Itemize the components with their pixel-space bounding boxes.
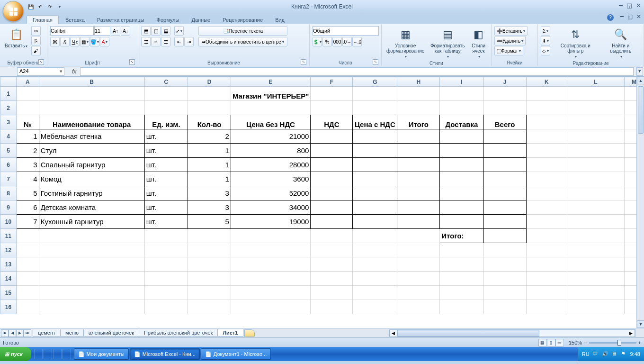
cell-E5[interactable]: 800 <box>231 144 311 158</box>
cell-H6[interactable] <box>397 158 440 172</box>
cell-L14[interactable] <box>567 272 625 286</box>
cell-I13[interactable] <box>440 257 483 272</box>
cell-B6[interactable]: Спальный гарнитур <box>39 158 144 172</box>
cell-H8[interactable] <box>397 186 440 200</box>
cell-I16[interactable] <box>440 300 483 314</box>
ql-icon-3[interactable] <box>53 349 62 359</box>
cell-E1[interactable]: Магазин "ИНТЕРЬЕР" <box>231 87 311 101</box>
cell-D15[interactable] <box>188 286 231 300</box>
alignment-launcher-icon[interactable]: ⤡ <box>301 59 306 65</box>
cell-E10[interactable]: 19000 <box>231 215 311 229</box>
row-header-12[interactable]: 12 <box>0 243 17 257</box>
cell-D5[interactable]: 1 <box>188 144 231 158</box>
formula-bar-expand-icon[interactable]: ▾ <box>636 67 643 76</box>
cell-C14[interactable] <box>144 272 188 286</box>
cell-A2[interactable] <box>17 101 39 115</box>
sheet-nav-last-icon[interactable]: ⏭ <box>24 329 31 337</box>
cell-K12[interactable] <box>526 243 567 257</box>
cell-A13[interactable] <box>17 257 39 272</box>
row-header-14[interactable]: 14 <box>0 272 17 286</box>
format-painter-icon[interactable]: 🖌 <box>31 46 41 55</box>
page-break-view-icon[interactable]: ▭ <box>555 339 564 346</box>
cell-H12[interactable] <box>397 243 440 257</box>
cell-J9[interactable] <box>483 200 526 215</box>
taskbar-item-0[interactable]: 📄Мои документы <box>74 348 129 360</box>
cell-J2[interactable] <box>483 101 526 115</box>
doc-minimize-button[interactable]: ━ <box>620 13 624 20</box>
insert-cells-button[interactable]: ➕ Вставить <box>494 26 528 36</box>
sheet-tab-2[interactable]: аленький цветочек <box>83 329 139 337</box>
tab-insert[interactable]: Вставка <box>60 16 90 24</box>
cell-I11[interactable]: Итого: <box>440 229 483 243</box>
qat-customize-icon[interactable] <box>55 2 63 11</box>
cell-B15[interactable] <box>39 286 144 300</box>
cell-I15[interactable] <box>440 286 483 300</box>
cell-G16[interactable] <box>353 300 397 314</box>
office-button[interactable] <box>3 1 24 22</box>
taskbar-item-1[interactable]: 📄Microsoft Excel - Кни... <box>130 348 200 360</box>
conditional-formatting-button[interactable]: ▦Условное форматирование <box>385 26 426 60</box>
cell-A15[interactable] <box>17 286 39 300</box>
font-launcher-icon[interactable]: ⤡ <box>129 59 135 65</box>
col-header-I[interactable]: I <box>440 77 483 87</box>
cell-K3[interactable] <box>526 115 567 129</box>
format-cells-button[interactable]: ⬚ Формат <box>494 46 523 55</box>
cell-D9[interactable]: 3 <box>188 200 231 215</box>
cell-B1[interactable] <box>39 87 144 101</box>
italic-button[interactable]: К <box>60 37 70 46</box>
formula-input[interactable] <box>80 67 634 76</box>
cell-H9[interactable] <box>397 200 440 215</box>
zoom-in-button[interactable]: + <box>638 340 641 346</box>
sheet-tab-4[interactable]: Лист1 <box>217 329 243 337</box>
cell-K10[interactable] <box>526 215 567 229</box>
taskbar-item-2[interactable]: 📄Документ1 - Microso... <box>201 348 271 360</box>
decrease-indent-icon[interactable]: ⇤ <box>174 37 184 46</box>
cell-E6[interactable]: 28000 <box>231 158 311 172</box>
normal-view-icon[interactable]: ▦ <box>538 339 547 346</box>
font-name-select[interactable] <box>50 26 94 36</box>
horizontal-scrollbar[interactable]: ◀ ▶ <box>389 329 635 337</box>
cell-J3[interactable]: Всего <box>483 115 526 129</box>
align-center-icon[interactable]: ≡ <box>151 37 161 46</box>
cell-B9[interactable]: Детская комната <box>39 200 144 215</box>
cell-J15[interactable] <box>483 286 526 300</box>
cell-J10[interactable] <box>483 215 526 229</box>
cell-L12[interactable] <box>567 243 625 257</box>
cell-K6[interactable] <box>526 158 567 172</box>
tray-icon-1[interactable]: 🛡 <box>592 351 599 357</box>
cell-D2[interactable] <box>188 101 231 115</box>
number-format-select[interactable] <box>313 26 379 36</box>
row-header-7[interactable]: 7 <box>0 172 17 186</box>
save-icon[interactable]: 💾 <box>27 2 35 11</box>
col-header-K[interactable]: K <box>526 77 567 87</box>
cell-K13[interactable] <box>526 257 567 272</box>
cell-H4[interactable] <box>397 129 440 144</box>
cell-F14[interactable] <box>311 272 353 286</box>
cell-I12[interactable] <box>440 243 483 257</box>
wrap-text-button[interactable]: 📑 Перенос текста <box>198 26 287 36</box>
cell-A3[interactable]: № <box>17 115 39 129</box>
grow-font-icon[interactable]: A↑ <box>111 26 120 36</box>
col-header-A[interactable]: A <box>17 77 39 87</box>
tray-icon-3[interactable]: 🖥 <box>611 351 618 357</box>
cell-E15[interactable] <box>231 286 311 300</box>
cell-L8[interactable] <box>567 186 625 200</box>
cell-L3[interactable] <box>567 115 625 129</box>
undo-icon[interactable]: ↶ <box>36 2 45 11</box>
cell-J13[interactable] <box>483 257 526 272</box>
cell-H7[interactable] <box>397 172 440 186</box>
cell-F6[interactable] <box>311 158 353 172</box>
cell-L9[interactable] <box>567 200 625 215</box>
col-header-L[interactable]: L <box>567 77 625 87</box>
row-header-15[interactable]: 15 <box>0 286 17 300</box>
cell-L4[interactable] <box>567 129 625 144</box>
cell-A10[interactable]: 7 <box>17 215 39 229</box>
cell-F10[interactable] <box>311 215 353 229</box>
doc-restore-button[interactable]: ◱ <box>627 13 633 20</box>
cell-E8[interactable]: 52000 <box>231 186 311 200</box>
align-middle-icon[interactable]: ◫ <box>151 26 161 36</box>
clock[interactable]: 9:48 <box>630 351 640 357</box>
page-layout-view-icon[interactable]: ▯ <box>547 339 555 346</box>
cell-C6[interactable]: шт. <box>144 158 188 172</box>
cell-K5[interactable] <box>526 144 567 158</box>
